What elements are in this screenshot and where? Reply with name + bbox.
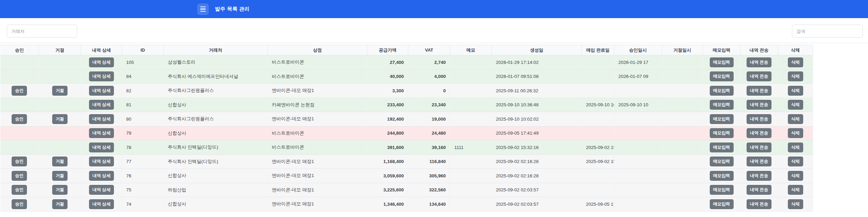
table-row: 내역 상세79신합상사비스트로바이콘244,80024,4802025-09-0… <box>0 126 813 140</box>
send-button[interactable]: 내역 전송 <box>747 185 771 195</box>
reject-button[interactable]: 거절 <box>52 86 68 96</box>
memo-input-button[interactable]: 메모입력 <box>710 185 734 195</box>
memo-input-button[interactable]: 메모입력 <box>710 57 734 67</box>
approved-at-cell <box>614 197 662 212</box>
table-row: 승인거절내역 상세74신합상사엔바이콘-데모 매장11,346,400134,6… <box>0 197 813 212</box>
client-cell: 주식회사 에스제이에프인터네셔널 <box>164 69 268 84</box>
client-filter-input[interactable] <box>7 25 77 38</box>
table-row: 승인거절내역 상세77주식회사 인텍딜(디앙뜨)엔바이콘-데모 매장11,168… <box>0 154 813 169</box>
detail-button[interactable]: 내역 상세 <box>89 185 114 195</box>
send-button[interactable]: 내역 전송 <box>747 128 771 138</box>
vat-cell: 322,560 <box>408 183 450 197</box>
client-cell: 주식회사 인텍딜(디앙뜨) <box>164 140 268 155</box>
purchase-completed-cell <box>582 126 614 140</box>
col-memo-input: 메모입력 <box>703 45 740 55</box>
supply-amount-cell: 3,059,600 <box>367 169 408 183</box>
send-button[interactable]: 내역 전송 <box>747 71 771 81</box>
client-cell: 신합상사 <box>164 126 268 140</box>
delete-button[interactable]: 삭제 <box>788 171 803 181</box>
supply-amount-cell: 244,800 <box>367 126 408 140</box>
delete-button[interactable]: 삭제 <box>788 185 803 195</box>
reject-button[interactable]: 거절 <box>52 199 68 209</box>
created-at-cell: 2025-09-11 00:26:32 <box>492 84 582 98</box>
id-cell: 80 <box>122 112 164 126</box>
send-button[interactable]: 내역 전송 <box>747 143 771 152</box>
memo-input-button[interactable]: 메모입력 <box>710 171 734 181</box>
store-cell: 엔바이콘-데모 매장1 <box>268 84 367 98</box>
id-cell: 74 <box>122 197 164 212</box>
approve-button[interactable]: 승인 <box>12 171 27 181</box>
purchase-completed-cell: 2025-09-10 10 <box>582 98 614 112</box>
detail-button[interactable]: 내역 상세 <box>89 57 114 67</box>
reject-button[interactable]: 거절 <box>52 157 68 166</box>
col-created-at: 생성일 <box>492 45 582 55</box>
detail-button[interactable]: 내역 상세 <box>89 128 114 138</box>
table-row: 승인거절내역 상세75하림산업엔바이콘-데모 매장13,225,600322,5… <box>0 183 813 197</box>
send-button[interactable]: 내역 전송 <box>747 86 771 96</box>
memo-input-button[interactable]: 메모입력 <box>710 157 734 166</box>
memo-cell <box>450 169 492 183</box>
memo-cell <box>450 112 492 126</box>
menu-button[interactable] <box>197 3 209 15</box>
store-cell: 비스트로바이콘 <box>268 126 367 140</box>
detail-button[interactable]: 내역 상세 <box>89 171 114 181</box>
detail-button[interactable]: 내역 상세 <box>89 71 114 81</box>
detail-button[interactable]: 내역 상세 <box>89 114 114 124</box>
client-cell: 신합상사 <box>164 98 268 112</box>
vat-cell: 0 <box>408 84 450 98</box>
id-cell: 79 <box>122 126 164 140</box>
memo-input-button[interactable]: 메모입력 <box>710 86 734 96</box>
table-row: 내역 상세84주식회사 에스제이에프인터네셔널비스트로바이콘40,0004,00… <box>0 69 813 84</box>
send-button[interactable]: 내역 전송 <box>747 57 771 67</box>
vat-cell: 305,960 <box>408 169 450 183</box>
delete-button[interactable]: 삭제 <box>788 100 803 110</box>
reject-button[interactable]: 거절 <box>52 114 68 124</box>
memo-input-button[interactable]: 메모입력 <box>710 128 734 138</box>
detail-button[interactable]: 내역 상세 <box>89 86 114 96</box>
approve-button[interactable]: 승인 <box>12 199 27 209</box>
col-client: 거래처 <box>164 45 268 55</box>
delete-button[interactable]: 삭제 <box>788 114 803 124</box>
col-approve: 승인 <box>0 45 39 55</box>
store-cell: 엔바이콘-데모 매장1 <box>268 154 367 169</box>
send-button[interactable]: 내역 전송 <box>747 100 771 110</box>
detail-button[interactable]: 내역 상세 <box>89 143 114 152</box>
delete-button[interactable]: 삭제 <box>788 199 803 209</box>
memo-input-button[interactable]: 메모입력 <box>710 100 734 110</box>
delete-button[interactable]: 삭제 <box>788 71 803 81</box>
memo-input-button[interactable]: 메모입력 <box>710 114 734 124</box>
approved-at-cell <box>614 183 662 197</box>
delete-button[interactable]: 삭제 <box>788 57 803 67</box>
memo-cell <box>450 126 492 140</box>
approve-button[interactable]: 승인 <box>12 86 27 96</box>
memo-cell: 1111 <box>450 140 492 155</box>
delete-button[interactable]: 삭제 <box>788 128 803 138</box>
detail-button[interactable]: 내역 상세 <box>89 199 114 209</box>
reject-button[interactable]: 거절 <box>52 185 68 195</box>
detail-button[interactable]: 내역 상세 <box>89 100 114 110</box>
memo-input-button[interactable]: 메모입력 <box>710 143 734 152</box>
memo-input-button[interactable]: 메모입력 <box>710 71 734 81</box>
store-cell: 비스트로바이콘 <box>268 69 367 84</box>
client-cell: 주식회사그린원플러스 <box>164 84 268 98</box>
send-button[interactable]: 내역 전송 <box>747 157 771 166</box>
delete-button[interactable]: 삭제 <box>788 157 803 166</box>
approved-at-cell: 2025-09-10 10 <box>614 98 662 112</box>
memo-input-button[interactable]: 메모입력 <box>710 199 734 209</box>
detail-button[interactable]: 내역 상세 <box>89 157 114 166</box>
delete-button[interactable]: 삭제 <box>788 86 803 96</box>
table-row: 승인거절내역 상세76신합상사엔바이콘-데모 매장13,059,600305,9… <box>0 169 813 183</box>
vat-cell: 39,160 <box>408 140 450 155</box>
table-row: 내역 상세105삼성웰스토리비스트로바이콘27,4002,7402026-01-… <box>0 55 813 70</box>
delete-button[interactable]: 삭제 <box>788 143 803 152</box>
approve-button[interactable]: 승인 <box>12 185 27 195</box>
approve-button[interactable]: 승인 <box>12 114 27 124</box>
send-button[interactable]: 내역 전송 <box>747 171 771 181</box>
search-input[interactable] <box>792 25 863 38</box>
send-button[interactable]: 내역 전송 <box>747 114 771 124</box>
reject-button[interactable]: 거절 <box>52 171 68 181</box>
table-row: 내역 상세78주식회사 인텍딜(디앙뜨)비스트로바이콘391,60039,160… <box>0 140 813 155</box>
id-cell: 77 <box>122 154 164 169</box>
send-button[interactable]: 내역 전송 <box>747 199 771 209</box>
approve-button[interactable]: 승인 <box>12 157 27 166</box>
